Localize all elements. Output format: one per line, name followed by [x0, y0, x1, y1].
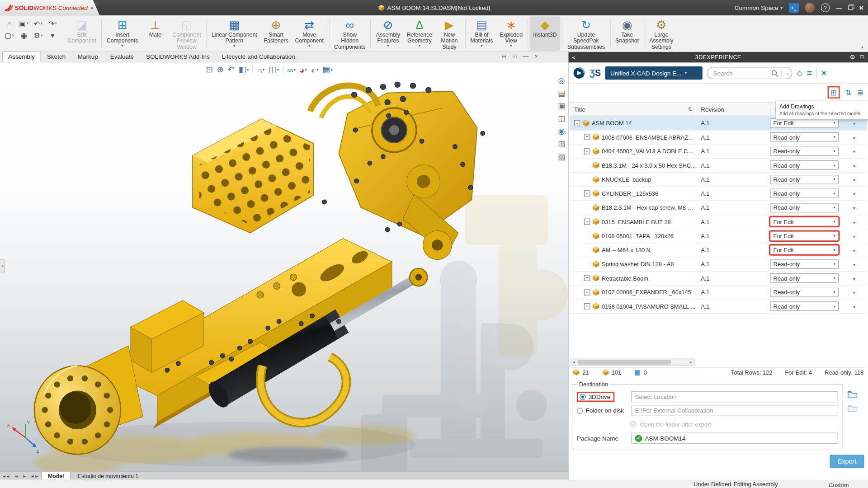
app-selector[interactable]: Unified X-CAD Design E...▾ [605, 66, 703, 79]
update-speedpak-subassemblies-button[interactable]: ↻Update SpeedPak Subassemblies [564, 17, 609, 51]
table-row[interactable]: B18.3.1M - 24 x 3.0 x 50 Hex SHC...A.1Re… [570, 159, 867, 173]
space-selector[interactable]: Common Space▾ [735, 5, 783, 11]
scroll-right-icon[interactable]: ▸ [687, 359, 694, 365]
expander-toggle[interactable]: + [584, 191, 590, 197]
help-button[interactable]: ? [821, 3, 830, 12]
package-name-input[interactable]: ✓ ASM-BOOM14 [631, 433, 838, 444]
tab-scroll-icon[interactable]: ◄ [12, 472, 20, 479]
save-button[interactable]: ▣▾ [17, 19, 31, 27]
folder-on-disk-radio[interactable] [577, 408, 583, 413]
new-motion-study-button[interactable]: ▶New Motion Study [435, 17, 463, 51]
row-expand-icon[interactable]: ▾ [845, 178, 855, 183]
row-expand-icon[interactable]: ▾ [845, 136, 855, 141]
status-dropdown[interactable]: Read-only▾ [770, 175, 839, 184]
tag-icon[interactable]: ◇ [797, 69, 802, 77]
table-row[interactable]: +1008 07006_ENSAMBLE ABRAZA...A.1Read-on… [570, 130, 867, 144]
home-button[interactable]: ⌂ [2, 19, 17, 27]
expander-toggle[interactable]: + [584, 303, 590, 309]
location-input[interactable]: Select Location [631, 391, 838, 402]
tile-document-icon[interactable]: ⊟ [501, 53, 506, 59]
ribbon-collapse-icon[interactable]: ▴ [861, 44, 864, 49]
rebuild-button[interactable]: ◉ [17, 31, 31, 39]
undo-button[interactable]: ↶▾ [31, 19, 46, 27]
tree-view-icon[interactable]: ≣ [857, 88, 863, 97]
tab-sketch[interactable]: Sketch [41, 52, 71, 62]
document-manager-icon[interactable]: ▧ [558, 152, 565, 161]
tab-lifecycle-and-collaboration[interactable]: Lifecycle and Collaboration [216, 52, 301, 62]
search-options-icon[interactable]: ▾ [786, 71, 788, 76]
add-drawings-button[interactable]: ⊞ [830, 88, 836, 97]
exploded-view-button[interactable]: ∗Exploded View▾ [496, 17, 526, 51]
table-row[interactable]: +0107 00006_EXPANDER _60x145A.1Read-only… [570, 286, 867, 300]
zoom-fit-button[interactable]: ⊡ [206, 65, 213, 75]
status-dropdown[interactable]: For Edit▾ [770, 245, 839, 255]
row-expand-icon[interactable]: ▾ [845, 164, 855, 169]
close-button[interactable]: × [859, 3, 863, 12]
export-button[interactable]: Export [830, 455, 864, 468]
row-expand-icon[interactable]: ▾ [845, 263, 855, 267]
linear-component-pattern-button[interactable]: ▦Linear Component Pattern▾ [208, 17, 260, 51]
status-dropdown[interactable]: Read-only▾ [770, 259, 839, 269]
take-snapshot-button[interactable]: ◉Take Snapshot [612, 17, 642, 51]
status-dropdown[interactable]: For Edit▾ [770, 217, 839, 226]
row-expand-icon[interactable]: ▾ [845, 220, 855, 225]
status-dropdown[interactable]: Read-only▾ [770, 273, 839, 283]
mate-button[interactable]: ⊥Mate [142, 17, 169, 51]
expander-toggle[interactable]: + [584, 134, 590, 140]
table-row[interactable]: 0108 05001_TAPA _120x26A.1For Edit▾▾ [570, 229, 867, 243]
tab-markup[interactable]: Markup [71, 52, 104, 62]
table-row[interactable]: +CYLINDER _125x536A.1Read-only▾▾ [570, 187, 867, 201]
status-dropdown[interactable]: Read-only▾ [770, 189, 839, 198]
expander-toggle[interactable]: + [584, 219, 590, 225]
expander-toggle[interactable]: + [584, 275, 590, 281]
custom-properties-icon[interactable]: ▥ [558, 140, 565, 149]
table-row[interactable]: KNUCKLE_backupA.1Read-only▾▾ [570, 173, 867, 187]
row-expand-icon[interactable]: ▾ [845, 192, 855, 197]
panel-gear-icon[interactable]: ⚙ [849, 54, 855, 61]
table-row[interactable]: B18.2.3.1M - Hex cap screw, M8 x ...A.1R… [570, 201, 867, 215]
toolbar-expand-button[interactable]: ▾ [45, 31, 60, 39]
table-row[interactable]: +0315_ENSAMBLE BUT 28A.1For Edit▾▾ [570, 215, 867, 229]
redo-button[interactable]: ↷▾ [45, 19, 60, 27]
3dexperience-compass-icon[interactable]: ◎ [558, 76, 565, 85]
row-expand-icon[interactable]: ▾ [845, 234, 855, 239]
zoom-area-button[interactable]: ⊕ [217, 65, 223, 75]
search-icon[interactable] [771, 70, 778, 77]
expander-toggle[interactable]: + [584, 289, 590, 295]
insert-components-button[interactable]: ⊞Insert Components▾ [104, 17, 142, 51]
minimize-document-icon[interactable]: — [523, 53, 528, 59]
view-settings-button[interactable]: ▦▾ [322, 65, 333, 75]
table-row[interactable]: +0404 45002_VALVULA DOBLE CH...A.1Read-o… [570, 145, 867, 159]
table-row[interactable]: AM -- M64 x 180 NA.1For Edit▾▾ [570, 243, 867, 257]
display-style-button[interactable]: ◫▾ [269, 65, 279, 75]
instant3d-button[interactable]: ◆Instant3D [530, 17, 560, 51]
3ddrive-radio[interactable] [580, 394, 585, 399]
view-palette-icon[interactable]: ◫ [558, 114, 565, 123]
row-expand-icon[interactable]: ▾ [845, 277, 855, 282]
smart-fasteners-button[interactable]: ⊕Smart Fasteners [260, 17, 292, 51]
status-dropdown[interactable]: Read-only▾ [770, 160, 839, 170]
tab-evaluate[interactable]: Evaluate [104, 52, 140, 62]
view-orientation-button[interactable]: ⌂▾ [257, 65, 265, 75]
feature-tree-collapse[interactable]: ◂ [0, 259, 5, 273]
compass-icon[interactable] [573, 67, 585, 79]
options-button[interactable]: ⚙▾ [31, 31, 46, 39]
section-view-button[interactable]: ◧▾ [238, 65, 249, 75]
move-component-button[interactable]: ⇄Move Component▾ [292, 17, 327, 51]
edit-appearance-button[interactable]: ◕▾ [299, 65, 307, 75]
minimize-button[interactable]: — [836, 5, 842, 11]
large-assembly-settings-button[interactable]: ⚙Large Assembly Settings [646, 17, 677, 51]
browse-location-icon[interactable] [848, 390, 858, 398]
row-expand-icon[interactable]: ▾ [845, 121, 855, 126]
row-expand-icon[interactable]: ▾ [845, 291, 855, 296]
row-expand-icon[interactable]: ▾ [845, 305, 855, 310]
viewport-3d-model[interactable]: x y z [0, 62, 568, 471]
logo-expand-icon[interactable]: » [90, 5, 93, 10]
horizontal-scrollbar[interactable]: ◂ ▸ [570, 358, 695, 366]
sort-icon[interactable]: ⇅ [688, 106, 693, 112]
scroll-left-icon[interactable]: ◂ [570, 359, 577, 365]
restore-document-icon[interactable]: ⊡ [512, 53, 517, 59]
panel-close-icon[interactable]: × [821, 68, 826, 78]
panel-pin-icon[interactable]: ⊡ [859, 54, 864, 61]
row-expand-icon[interactable]: ▾ [845, 150, 855, 155]
